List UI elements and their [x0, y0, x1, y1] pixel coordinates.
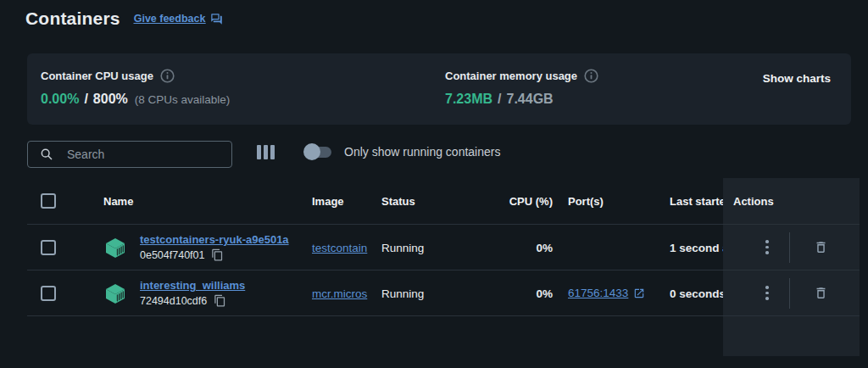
cpu-limit-value: 800%: [93, 92, 128, 107]
select-all-checkbox[interactable]: [41, 193, 56, 209]
row-checkbox[interactable]: [41, 240, 56, 255]
delete-button[interactable]: [814, 286, 828, 300]
more-actions-button[interactable]: [765, 286, 769, 300]
copy-id-button[interactable]: [214, 294, 226, 307]
cpu-value: 0%: [536, 287, 553, 300]
cpu-available-note: (8 CPUs available): [135, 93, 231, 106]
column-header-ports[interactable]: Port(s): [553, 195, 670, 208]
cpu-value: 0%: [536, 242, 553, 254]
feedback-icon: [210, 13, 223, 25]
memory-usage-block: Container memory usage 7.23MB / 7.44GB: [445, 67, 598, 107]
container-id: 0e504f740f01: [140, 249, 204, 261]
cpu-info-icon[interactable]: [160, 69, 175, 83]
container-icon: [103, 236, 127, 259]
delete-button[interactable]: [814, 240, 828, 254]
cpu-used-value: 0.00%: [41, 92, 79, 107]
container-name-link[interactable]: testcontainers-ryuk-a9e501a: [140, 233, 289, 246]
image-link[interactable]: mcr.micros: [312, 287, 367, 300]
actions-column-panel: Actions: [723, 178, 860, 356]
container-name-link[interactable]: interesting_williams: [140, 279, 245, 292]
column-header-cpu[interactable]: CPU (%): [449, 195, 553, 208]
column-settings-icon[interactable]: [257, 145, 275, 159]
trash-icon: [814, 240, 828, 254]
memory-info-icon[interactable]: [584, 69, 598, 83]
show-charts-button[interactable]: Show charts: [763, 72, 831, 85]
actions-divider: [789, 232, 790, 263]
status-text: Running: [381, 242, 424, 254]
actions-divider: [789, 278, 790, 309]
port-link[interactable]: 61756:1433: [568, 287, 628, 299]
column-header-status[interactable]: Status: [375, 195, 449, 208]
resource-usage-panel: Container CPU usage 0.00% / 800% (8 CPUs…: [27, 53, 851, 125]
more-actions-button[interactable]: [765, 240, 769, 254]
row-actions: [723, 270, 860, 316]
memory-separator: /: [498, 92, 501, 107]
copy-id-button[interactable]: [211, 248, 224, 261]
external-link-icon[interactable]: [633, 287, 645, 299]
cpu-usage-block: Container CPU usage 0.00% / 800% (8 CPUs…: [41, 67, 230, 107]
give-feedback-link[interactable]: Give feedback: [134, 13, 224, 25]
cpu-usage-label: Container CPU usage: [41, 70, 153, 82]
container-id: 72494d10cdf6: [140, 295, 207, 307]
container-icon: [103, 282, 127, 305]
status-text: Running: [381, 287, 424, 300]
image-link[interactable]: testcontain: [312, 242, 367, 254]
column-header-image[interactable]: Image: [305, 195, 375, 208]
running-containers-toggle[interactable]: [303, 143, 332, 160]
column-header-actions: Actions: [723, 178, 860, 225]
memory-limit-value: 7.44GB: [506, 92, 553, 107]
row-checkbox[interactable]: [41, 286, 56, 301]
search-icon: [40, 148, 53, 161]
cpu-separator: /: [84, 92, 87, 107]
column-header-name[interactable]: Name: [88, 195, 305, 208]
memory-usage-label: Container memory usage: [445, 70, 577, 82]
search-input[interactable]: [67, 148, 211, 161]
trash-icon: [814, 286, 828, 300]
row-actions: [723, 225, 860, 270]
page-title: Containers: [25, 8, 120, 29]
running-containers-toggle-label: Only show running containers: [344, 145, 500, 159]
page-header: Containers Give feedback: [25, 8, 223, 29]
running-containers-toggle-row: Only show running containers: [303, 143, 500, 160]
memory-used-value: 7.23MB: [445, 92, 492, 107]
give-feedback-label: Give feedback: [134, 13, 206, 25]
search-box[interactable]: [27, 141, 232, 168]
